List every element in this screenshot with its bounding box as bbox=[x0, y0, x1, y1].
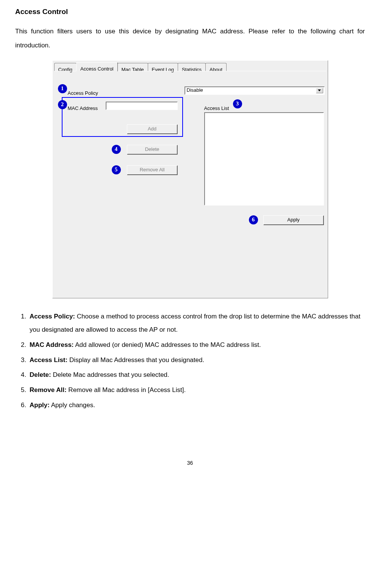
note-1: Access Policy: Choose a method to proces… bbox=[28, 310, 365, 337]
note-2: MAC Address: Add allowed (or denied) MAC… bbox=[28, 338, 365, 352]
delete-button[interactable]: Delete bbox=[127, 145, 178, 155]
chevron-down-icon[interactable] bbox=[316, 88, 323, 93]
tab-mac-table[interactable]: Mac Table bbox=[117, 63, 148, 71]
access-policy-label: Access Policy bbox=[68, 88, 98, 99]
tab-about[interactable]: About bbox=[205, 63, 227, 71]
apply-button[interactable]: Apply bbox=[263, 215, 324, 225]
callout-5: 5 bbox=[112, 165, 121, 174]
note-5: Remove All: Remove all Mac address in [A… bbox=[28, 383, 365, 397]
tab-statistics[interactable]: Statistics bbox=[178, 63, 206, 71]
access-control-dialog: Config Access Control Mac Table Event Lo… bbox=[52, 60, 328, 298]
intro-paragraph: This function filters users to use this … bbox=[15, 24, 365, 53]
page-number: 36 bbox=[15, 457, 365, 469]
note-3: Access List: Display all Mac Addresses t… bbox=[28, 353, 365, 367]
tab-bar: Config Access Control Mac Table Event Lo… bbox=[54, 62, 326, 71]
note-6: Apply: Apply changes. bbox=[28, 398, 365, 412]
callout-6: 6 bbox=[249, 215, 258, 224]
callout-1: 1 bbox=[58, 84, 67, 93]
tab-event-log[interactable]: Event Log bbox=[148, 63, 178, 71]
add-button[interactable]: Add bbox=[127, 124, 178, 134]
section-heading: Access Control bbox=[15, 4, 365, 20]
access-policy-dropdown[interactable]: Disable bbox=[185, 86, 325, 95]
remove-all-button[interactable]: Remove All bbox=[127, 165, 178, 175]
callout-2: 2 bbox=[58, 100, 67, 109]
callout-3: 3 bbox=[233, 99, 242, 108]
mac-address-input[interactable] bbox=[106, 102, 178, 110]
access-policy-value: Disable bbox=[187, 85, 203, 96]
tab-access-control[interactable]: Access Control bbox=[76, 62, 117, 71]
access-list-box[interactable] bbox=[204, 112, 324, 205]
tab-config[interactable]: Config bbox=[54, 63, 77, 71]
note-4: Delete: Delete Mac addresses that you se… bbox=[28, 368, 365, 382]
callout-4: 4 bbox=[112, 145, 121, 154]
mac-address-label: MAC Address bbox=[68, 103, 98, 114]
notes-list: Access Policy: Choose a method to proces… bbox=[15, 310, 365, 412]
